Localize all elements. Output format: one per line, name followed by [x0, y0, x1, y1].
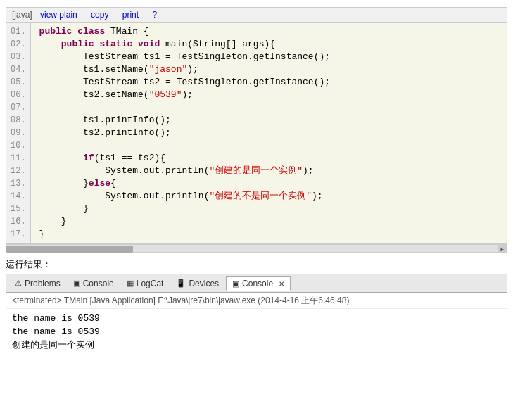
tab-label-console2: Console [242, 279, 273, 288]
line-number: 08. [11, 114, 26, 127]
tab-logcat[interactable]: ▦LogCat [121, 277, 170, 290]
line-number: 12. [11, 165, 26, 177]
help-link[interactable]: ? [152, 10, 157, 20]
console-output-line: the name is 0539 [12, 312, 501, 325]
run-result-section: 运行结果： [6, 258, 507, 271]
line-number: 03. [11, 51, 26, 63]
tab-problems[interactable]: ⚠Problems [9, 277, 66, 290]
line-number: 09. [11, 127, 26, 139]
tab-icon-console1: ▣ [73, 279, 80, 288]
line-number: 04. [11, 63, 26, 76]
tab-devices[interactable]: 📱Devices [170, 277, 224, 290]
code-line: System.out.println("创建的不是同一个实例"); [39, 190, 498, 203]
console-terminated-line: <terminated> TMain [Java Application] E:… [6, 293, 507, 309]
tab-label-console1: Console [83, 279, 114, 288]
line-number: 13. [11, 177, 26, 190]
run-result-label: 运行结果： [6, 259, 51, 269]
code-line: if(ts1 == ts2){ [39, 152, 498, 165]
tab-icon-problems: ⚠ [15, 279, 22, 288]
view-plain-link[interactable]: view plain [40, 10, 77, 20]
line-number: 02. [11, 38, 26, 51]
console-output-line: the name is 0539 [12, 325, 501, 338]
scroll-right-arrow[interactable]: ▶ [498, 245, 507, 253]
line-number: 11. [11, 152, 26, 165]
line-number: 05. [11, 76, 26, 89]
code-line: ts1.setName("jason"); [39, 63, 498, 76]
tab-console2[interactable]: ▣Console✕ [226, 276, 291, 291]
code-container: [java] view plain copy print ? 01.02.03.… [6, 7, 507, 244]
line-number: 01. [11, 25, 26, 38]
code-line: ts2.printInfo(); [39, 127, 498, 139]
tab-icon-console2: ▣ [232, 279, 239, 288]
tab-icon-logcat: ▦ [127, 279, 134, 288]
code-line: ts1.printInfo(); [39, 114, 498, 127]
tab-icon-devices: 📱 [176, 279, 186, 288]
code-line [39, 139, 498, 152]
code-body: 01.02.03.04.05.06.07.08.09.10.11.12.13.1… [6, 23, 507, 243]
console-output: the name is 0539the name is 0539创建的是同一个实… [6, 309, 507, 355]
line-number: 14. [11, 190, 26, 203]
code-line: public class TMain { [39, 25, 498, 38]
code-line: TestStream ts1 = TestSingleton.getInstan… [39, 51, 498, 63]
line-number: 10. [11, 139, 26, 152]
code-line: TestStream ts2 = TestSingleton.getInstan… [39, 76, 498, 89]
code-line: } [39, 203, 498, 215]
line-number: 16. [11, 215, 26, 228]
code-line: } [39, 215, 498, 228]
code-line: System.out.println("创建的是同一个实例"); [39, 165, 498, 177]
tab-console1[interactable]: ▣Console [68, 277, 120, 290]
line-numbers: 01.02.03.04.05.06.07.08.09.10.11.12.13.1… [6, 23, 31, 243]
lang-label: [java] [12, 10, 32, 20]
line-number: 17. [11, 228, 26, 241]
tab-label-problems: Problems [25, 279, 61, 288]
line-number: 07. [11, 101, 26, 114]
code-line: public static void main(String[] args){ [39, 38, 498, 51]
code-line: } [39, 228, 498, 241]
console-output-line: 创建的是同一个实例 [12, 338, 501, 352]
code-line: }else{ [39, 177, 498, 190]
line-number: 06. [11, 89, 26, 101]
print-link[interactable]: print [122, 10, 139, 20]
horizontal-scrollbar[interactable]: ▶ [6, 244, 507, 253]
tab-label-logcat: LogCat [137, 279, 164, 288]
code-lines: public class TMain { public static void … [31, 23, 507, 243]
copy-link[interactable]: copy [91, 10, 108, 20]
scrollbar-thumb[interactable] [6, 246, 133, 253]
code-toolbar[interactable]: [java] view plain copy print ? [6, 8, 507, 23]
code-line [39, 101, 498, 114]
line-number: 15. [11, 203, 26, 215]
tab-close-icon[interactable]: ✕ [279, 280, 284, 288]
bottom-panel: ⚠Problems▣Console▦LogCat📱Devices▣Console… [6, 274, 507, 355]
tab-label-devices: Devices [189, 279, 219, 288]
tab-bar[interactable]: ⚠Problems▣Console▦LogCat📱Devices▣Console… [6, 274, 507, 293]
code-line: ts2.setName("0539"); [39, 89, 498, 101]
